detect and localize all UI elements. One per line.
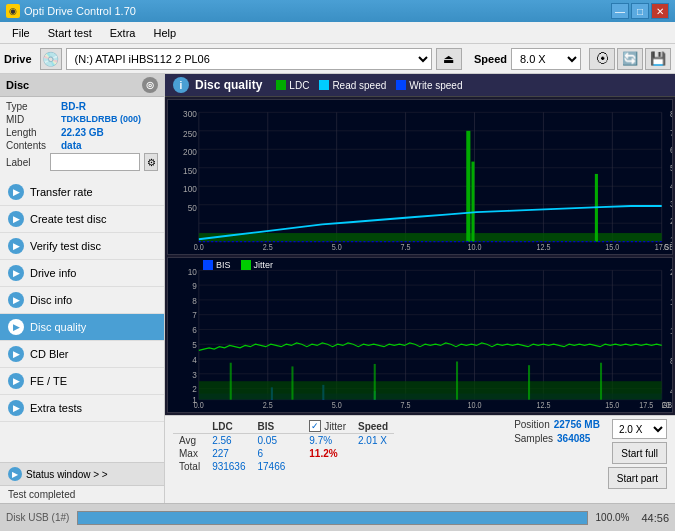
sidebar-item-cd-bler[interactable]: ▶ CD Bler [0,341,164,368]
svg-text:50: 50 [188,202,197,213]
legend-write-speed-color [396,80,406,90]
drive-select[interactable]: (N:) ATAPI iHBS112 2 PL06 [66,48,432,70]
test-completed: Test completed [0,486,164,503]
menu-file[interactable]: File [4,25,38,41]
svg-rect-93 [199,381,662,399]
disc-header-label: Disc [6,79,29,91]
progress-bar-fill [78,512,586,524]
sidebar-item-create-test-disc[interactable]: ▶ Create test disc [0,206,164,233]
disc-quality-icon: ▶ [8,319,24,335]
svg-text:8: 8 [192,295,197,306]
svg-text:12%: 12% [670,326,672,337]
nav-label-create-test-disc: Create test disc [30,213,106,225]
sidebar-item-disc-quality[interactable]: ▶ Disc quality [0,314,164,341]
svg-rect-96 [374,364,376,400]
label-label: Label [6,157,46,168]
mid-label: MID [6,114,61,125]
svg-text:GB: GB [664,243,672,253]
sidebar-item-transfer-rate[interactable]: ▶ Transfer rate [0,179,164,206]
dq-icon: i [173,77,189,93]
chart-lower: BIS Jitter [167,257,673,413]
svg-text:5: 5 [192,339,197,350]
svg-text:10.0: 10.0 [468,401,483,411]
charts-area: 300 250 200 150 100 50 8 X 7 X 6 X 5 X 4… [165,97,675,415]
svg-text:4 X: 4 X [670,180,672,191]
total-label: Total [173,460,206,473]
toolbar-icon-3[interactable]: 💾 [645,48,671,70]
svg-text:100: 100 [183,184,197,195]
toolbar-icon-2[interactable]: 🔄 [617,48,643,70]
sidebar-item-extra-tests[interactable]: ▶ Extra tests [0,395,164,422]
status-window-label: Status window > > [26,469,108,480]
svg-text:8%: 8% [670,355,672,366]
menu-start-test[interactable]: Start test [40,25,100,41]
svg-text:16%: 16% [670,296,672,307]
svg-text:5.0: 5.0 [332,401,343,411]
svg-text:7 X: 7 X [670,127,672,138]
chart-lower-svg: 10 9 8 7 6 5 4 3 2 1 20% 16% 12% 8% 4% [168,258,672,412]
svg-text:9: 9 [192,280,197,291]
max-bis: 6 [252,447,292,460]
max-ldc: 227 [206,447,251,460]
svg-text:7.5: 7.5 [401,401,412,411]
svg-rect-40 [199,233,662,242]
jitter-checkbox[interactable]: ✓ [309,420,321,432]
label-input[interactable] [50,153,140,171]
svg-text:17.5: 17.5 [639,401,654,411]
sidebar-nav: ▶ Transfer rate ▶ Create test disc ▶ Ver… [0,179,164,422]
speed-select[interactable]: 8.0 X [511,48,581,70]
minimize-button[interactable]: — [611,3,629,19]
sidebar-item-fe-te[interactable]: ▶ FE / TE [0,368,164,395]
sidebar-item-disc-info[interactable]: ▶ Disc info [0,287,164,314]
svg-text:12.5: 12.5 [536,243,551,253]
legend-ldc-color [276,80,286,90]
svg-text:15.0: 15.0 [605,243,620,253]
mid-value: TDKBLDRBB (000) [61,114,141,125]
type-label: Type [6,101,61,112]
svg-rect-97 [456,361,458,399]
svg-text:0.0: 0.0 [194,401,205,411]
disc-info-icon: ▶ [8,292,24,308]
speed-select-small[interactable]: 2.0 X [612,419,667,439]
jitter-color [241,260,251,270]
close-button[interactable]: ✕ [651,3,669,19]
nav-label-extra-tests: Extra tests [30,402,82,414]
nav-label-fe-te: FE / TE [30,375,67,387]
svg-text:10.0: 10.0 [468,243,483,253]
status-window-button[interactable]: ▶ Status window > > [0,463,164,486]
col-speed: Speed [352,419,394,434]
menu-extra[interactable]: Extra [102,25,144,41]
svg-text:7: 7 [192,310,197,321]
svg-rect-99 [600,363,602,400]
svg-text:4%: 4% [670,385,672,396]
progress-bar-container [77,511,587,525]
transfer-rate-icon: ▶ [8,184,24,200]
start-part-button[interactable]: Start part [608,467,667,489]
sidebar-item-drive-info[interactable]: ▶ Drive info [0,260,164,287]
svg-text:250: 250 [183,128,197,139]
app-icon: ◉ [6,4,20,18]
svg-text:200: 200 [183,147,197,158]
svg-text:5 X: 5 X [670,163,672,174]
start-full-button[interactable]: Start full [612,442,667,464]
svg-text:2.5: 2.5 [263,243,274,253]
jitter-label: Jitter [254,260,274,270]
app-title: Opti Drive Control 1.70 [24,5,136,17]
sidebar-item-verify-test-disc[interactable]: ▶ Verify test disc [0,233,164,260]
svg-text:6: 6 [192,324,197,335]
menu-bar: File Start test Extra Help [0,22,675,44]
extra-tests-icon: ▶ [8,400,24,416]
nav-label-verify-test-disc: Verify test disc [30,240,101,252]
svg-text:2: 2 [192,384,197,395]
menu-help[interactable]: Help [145,25,184,41]
svg-text:15.0: 15.0 [605,401,620,411]
toolbar-icon-1[interactable]: 🖸 [589,48,615,70]
total-ldc: 931636 [206,460,251,473]
verify-test-disc-icon: ▶ [8,238,24,254]
label-icon-btn[interactable]: ⚙ [144,153,158,171]
maximize-button[interactable]: □ [631,3,649,19]
svg-text:3: 3 [192,369,197,380]
eject-button[interactable]: ⏏ [436,48,462,70]
svg-text:4: 4 [192,354,197,365]
svg-rect-95 [291,366,293,399]
